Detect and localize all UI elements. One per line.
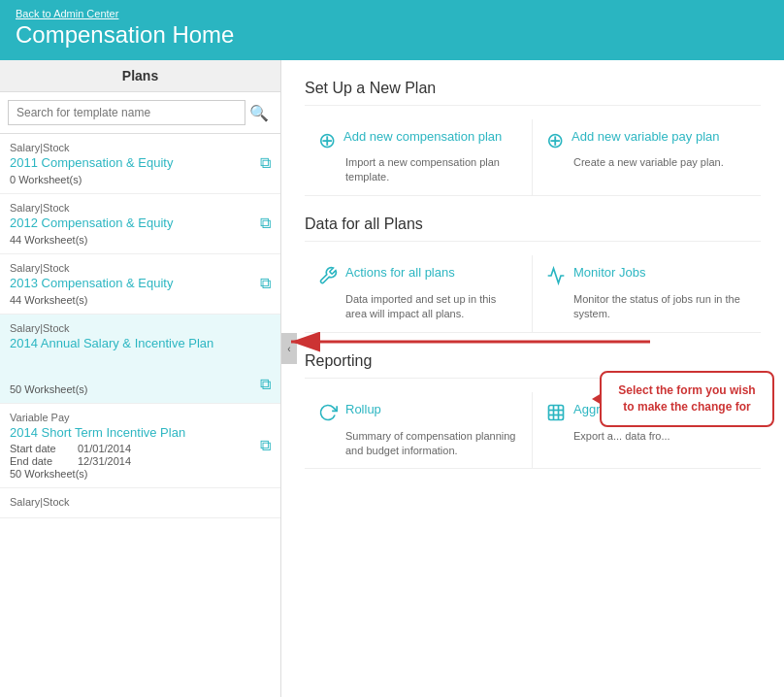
actions-card: Actions for all plans Data imported and … bbox=[305, 255, 533, 333]
end-date-label: End date bbox=[10, 455, 68, 467]
add-variable-desc: Create a new variable pay plan. bbox=[573, 155, 747, 170]
setup-section-title: Set Up a New Plan bbox=[305, 80, 761, 106]
plans-panel-header: Plans bbox=[0, 60, 280, 92]
search-bar: 🔍 bbox=[0, 92, 280, 134]
svg-rect-0 bbox=[549, 405, 564, 419]
add-comp-link[interactable]: Add new compensation plan bbox=[343, 129, 502, 144]
plan-worksheets: 50 Worksheet(s) bbox=[10, 383, 271, 395]
main-layout: Plans 🔍 Salary|Stock 2011 Compensation &… bbox=[0, 60, 784, 697]
plan-name-link[interactable]: 2014 Short Term Incentive Plan bbox=[10, 425, 271, 442]
plan-name-link[interactable]: 2012 Compensation & Equity bbox=[10, 216, 271, 232]
plan-type: Salary|Stock bbox=[10, 322, 271, 334]
add-plan-icon[interactable]: ⧉ bbox=[260, 154, 271, 172]
list-item: Salary|Stock bbox=[0, 488, 280, 518]
add-variable-card: ⊕ Add new variable pay plan Create a new… bbox=[533, 119, 761, 196]
add-plan-icon[interactable]: ⧉ bbox=[260, 376, 271, 393]
left-panel: Plans 🔍 Salary|Stock 2011 Compensation &… bbox=[0, 60, 281, 697]
wrench-icon bbox=[318, 266, 338, 288]
start-date-label: Start date bbox=[10, 443, 68, 454]
collapse-panel-button[interactable]: ‹ bbox=[281, 333, 297, 364]
list-item: Salary|Stock 2012 Compensation & Equity … bbox=[0, 194, 280, 254]
plan-worksheets: 0 Worksheet(s) bbox=[10, 174, 271, 185]
monitor-desc: Monitor the status of jobs run in the sy… bbox=[573, 292, 747, 322]
plan-dates: Start date 01/01/2014 End date 12/31/201… bbox=[10, 443, 271, 480]
plan-worksheets: 44 Worksheet(s) bbox=[10, 234, 271, 246]
add-comp-icon: ⊕ bbox=[318, 130, 336, 151]
rollup-card: Rollup Summary of compensation planning … bbox=[305, 392, 533, 470]
right-panel: Set Up a New Plan ⊕ Add new compensation… bbox=[281, 60, 784, 697]
add-plan-icon[interactable]: ⧉ bbox=[260, 215, 271, 232]
page-title: Compensation Home bbox=[16, 21, 768, 49]
start-date-value: 01/01/2014 bbox=[78, 443, 131, 454]
aggregate-icon bbox=[546, 403, 566, 425]
monitor-card: Monitor Jobs Monitor the status of jobs … bbox=[533, 255, 761, 333]
add-variable-link[interactable]: Add new variable pay plan bbox=[572, 129, 720, 144]
list-item: Salary|Stock 2014 Annual Salary & Incent… bbox=[0, 315, 280, 404]
setup-cards-grid: ⊕ Add new compensation plan Import a new… bbox=[305, 119, 761, 196]
plan-type: Salary|Stock bbox=[10, 496, 271, 508]
add-comp-desc: Import a new compensation plan template. bbox=[345, 155, 518, 185]
plan-type: Salary|Stock bbox=[10, 262, 271, 274]
plan-worksheets: 50 Worksheet(s) bbox=[10, 468, 271, 480]
monitor-jobs-icon bbox=[546, 266, 566, 288]
data-section-title: Data for all Plans bbox=[305, 216, 761, 242]
callout-tooltip: Select the form you wish to make the cha… bbox=[600, 371, 774, 427]
back-link[interactable]: Back to Admin Center bbox=[16, 8, 768, 19]
rollup-link[interactable]: Rollup bbox=[345, 402, 381, 416]
list-item: Variable Pay 2014 Short Term Incentive P… bbox=[0, 404, 280, 489]
add-plan-icon[interactable]: ⧉ bbox=[260, 275, 271, 292]
data-cards-grid: Actions for all plans Data imported and … bbox=[305, 255, 761, 333]
end-date-value: 12/31/2014 bbox=[78, 455, 131, 467]
rollup-desc: Summary of compensation planning and bud… bbox=[345, 429, 518, 459]
plan-type: Salary|Stock bbox=[10, 142, 271, 153]
search-input[interactable] bbox=[8, 100, 245, 125]
plans-list: Salary|Stock 2011 Compensation & Equity … bbox=[0, 134, 280, 697]
plan-name-link[interactable]: 2014 Annual Salary & Incentive Plan bbox=[10, 336, 271, 352]
plan-name-link[interactable]: 2013 Compensation & Equity bbox=[10, 276, 271, 292]
search-button[interactable]: 🔍 bbox=[245, 102, 273, 124]
actions-desc: Data imported and set up in this area wi… bbox=[345, 292, 518, 322]
add-plan-icon[interactable]: ⧉ bbox=[260, 437, 271, 454]
callout-text: Select the form you wish to make the cha… bbox=[618, 383, 755, 414]
plan-type: Salary|Stock bbox=[10, 202, 271, 214]
aggregate-desc: Export a... data fro... bbox=[573, 429, 747, 444]
list-item: Salary|Stock 2011 Compensation & Equity … bbox=[0, 134, 280, 194]
add-comp-card: ⊕ Add new compensation plan Import a new… bbox=[305, 119, 533, 196]
list-item: Salary|Stock 2013 Compensation & Equity … bbox=[0, 254, 280, 315]
plan-name-link[interactable]: 2011 Compensation & Equity bbox=[10, 155, 271, 172]
monitor-link[interactable]: Monitor Jobs bbox=[573, 265, 645, 280]
actions-link[interactable]: Actions for all plans bbox=[345, 265, 455, 280]
add-variable-icon: ⊕ bbox=[546, 130, 564, 151]
plan-worksheets: 44 Worksheet(s) bbox=[10, 294, 271, 306]
rollup-icon bbox=[318, 403, 338, 425]
app-header: Back to Admin Center Compensation Home bbox=[0, 0, 784, 60]
plan-type: Variable Pay bbox=[10, 412, 271, 423]
